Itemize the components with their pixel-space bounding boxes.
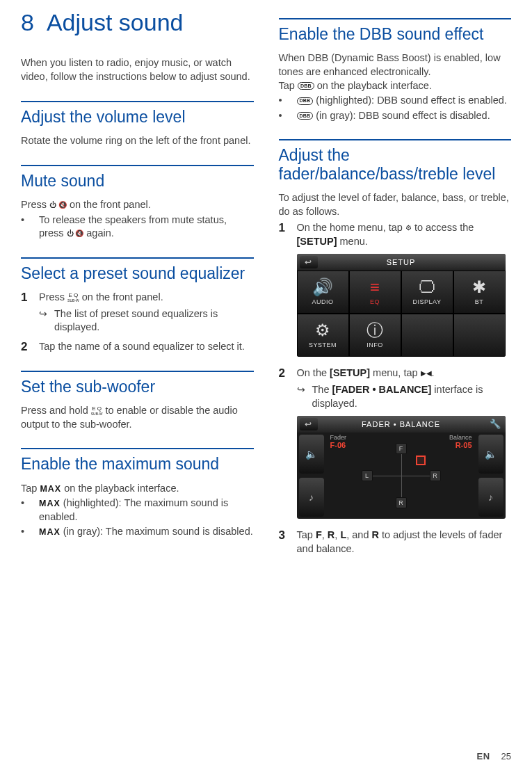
- bullet-dot: •: [21, 525, 39, 539]
- max-icon: MAX: [39, 527, 61, 537]
- bullet-dot: •: [279, 109, 297, 123]
- step-number: 2: [21, 340, 39, 354]
- gear-icon: ⚙: [405, 225, 412, 232]
- dbb-bullet-1: • DBB (highlighted): DBB sound effect is…: [279, 94, 512, 108]
- eq-step1-sub: ↪ The list of preset sound equalizers is…: [39, 307, 254, 334]
- intro-text: When you listen to radio, enjoy music, o…: [21, 56, 254, 83]
- power-mute-icon: ⏻ 🔇: [67, 230, 84, 238]
- footer-page: 25: [501, 751, 511, 761]
- fb-marker: [416, 455, 426, 465]
- back-icon: ↩: [300, 256, 318, 268]
- divider: [279, 139, 512, 140]
- max-icon: MAX: [39, 499, 61, 508]
- setup-cell-empty: [453, 314, 506, 357]
- subwoofer-body: Press and hold E QSUB-W to enable or dis…: [21, 404, 254, 431]
- power-mute-icon: ⏻ 🔇: [49, 201, 67, 209]
- max-tap: Tap MAX on the playback interface.: [21, 482, 254, 496]
- setup-cell-eq: ≡EQ: [349, 271, 401, 314]
- bullet-dot: •: [21, 213, 39, 227]
- fader-step-1: 1 On the home menu, tap ⚙ to access the …: [279, 221, 512, 248]
- mute-press: Press ⏻ 🔇 on the front panel.: [21, 198, 254, 212]
- divider: [279, 18, 512, 19]
- mute-bullet: • To release the speakers from mute stat…: [21, 213, 254, 241]
- back-icon: ↩: [300, 418, 318, 430]
- step-number: 3: [279, 529, 297, 542]
- arrow-icon: ↪: [39, 307, 54, 334]
- eq-subw-icon: E QSUB-W: [91, 406, 103, 417]
- fb-speaker-icon: 🔈: [299, 435, 324, 474]
- setup-screenshot: ↩ SETUP 🔊AUDIO ≡EQ 🖵DISPLAY ✱BT ⚙SYSTEM …: [297, 254, 506, 357]
- mute-press-pre: Press: [21, 199, 49, 210]
- wrench-icon: 🔧: [490, 419, 501, 429]
- divider: [21, 165, 254, 166]
- section-max: Enable the maximum sound: [21, 455, 254, 473]
- mute-press-post: on the front panel.: [67, 199, 151, 210]
- section-mute: Mute sound: [21, 172, 254, 190]
- chapter-title-text: Adjust sound: [47, 9, 184, 35]
- fader-step-2: 2 On the [SETUP] menu, tap ▶◀. ↪ The [FA…: [279, 366, 512, 410]
- divider: [21, 101, 254, 102]
- fb-note-icon: ♪: [478, 478, 503, 517]
- setup-title: SETUP: [387, 258, 416, 266]
- setup-cell-info: ⓘINFO: [349, 314, 401, 357]
- speakers-icon: ▶◀: [421, 370, 432, 378]
- setup-cell-empty: [401, 314, 453, 357]
- max-bullet-1: • MAX (highlighted): The maximum sound i…: [21, 497, 254, 524]
- eq-subw-icon: E QSUB-W: [67, 293, 79, 303]
- chapter-number: 8: [21, 10, 34, 35]
- eq-step-1: 1 Press E QSUB-W on the front panel. ↪ T…: [21, 291, 254, 334]
- dbb-tap: Tap DBB on the playback interface.: [279, 79, 512, 93]
- fader-step-3: 3 Tap F, R, L, and R to adjust the level…: [279, 529, 512, 556]
- mute-bullet-text: To release the speakers from mute status…: [39, 213, 254, 241]
- page-footer: EN25: [476, 751, 511, 761]
- dbb-icon: DBB: [297, 112, 314, 120]
- section-volume: Adjust the volume level: [21, 108, 254, 126]
- setup-cell-audio: 🔊AUDIO: [297, 271, 349, 314]
- divider: [21, 257, 254, 259]
- fader-balance-screenshot: ↩ FADER • BALANCE 🔧 🔈 ♪ FaderF-06 Balanc…: [297, 416, 506, 519]
- fb-note-icon: ♪: [299, 478, 324, 517]
- step-number: 1: [279, 221, 297, 235]
- section-dbb: Enable the DBB sound effect: [279, 25, 512, 43]
- section-fader: Adjust the fader/balance/bass/treble lev…: [279, 146, 512, 183]
- fader-step2-sub: ↪ The [FADER • BALANCE] interface is dis…: [297, 383, 512, 410]
- bullet-dot: •: [279, 94, 297, 108]
- dbb-bullet-2: • DBB (in gray): DBB sound effect is dis…: [279, 109, 512, 123]
- max-bullet-2: • MAX (in gray): The maximum sound is di…: [21, 525, 254, 539]
- divider: [21, 371, 254, 372]
- fader-intro: To adjust the level of fader, balance, b…: [279, 191, 512, 218]
- setup-cell-bt: ✱BT: [453, 271, 506, 314]
- fb-title: FADER • BALANCE: [362, 420, 440, 428]
- setup-cell-display: 🖵DISPLAY: [401, 271, 453, 314]
- footer-lang: EN: [476, 751, 490, 761]
- step-number: 2: [279, 366, 297, 380]
- max-icon: MAX: [40, 484, 61, 494]
- section-eq: Select a preset sound equalizer: [21, 264, 254, 282]
- step-number: 1: [21, 291, 39, 305]
- volume-body: Rotate the volume ring on the left of th…: [21, 134, 254, 148]
- divider: [21, 448, 254, 449]
- dbb-icon: DBB: [297, 97, 314, 105]
- fb-crosshair: F R L R: [363, 444, 440, 507]
- section-subwoofer: Set the sub-woofer: [21, 378, 254, 396]
- chapter-title: 8Adjust sound: [21, 10, 254, 35]
- dbb-p1: When DBB (Dynamic Bass Boost) is enabled…: [279, 51, 512, 79]
- arrow-icon: ↪: [297, 383, 312, 410]
- bullet-dot: •: [21, 497, 39, 510]
- eq-step-2: 2 Tap the name of a sound equalizer to s…: [21, 340, 254, 354]
- setup-cell-system: ⚙SYSTEM: [297, 314, 349, 357]
- dbb-icon: DBB: [298, 82, 314, 90]
- fb-speaker-icon: 🔈: [478, 435, 503, 474]
